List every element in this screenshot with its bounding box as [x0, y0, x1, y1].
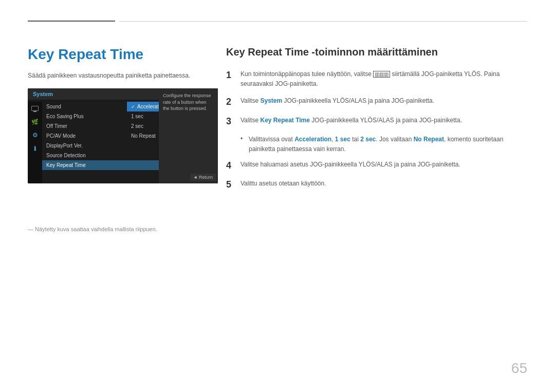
- step-4: 4 Valitse haluamasi asetus JOG-painikkee…: [226, 160, 527, 172]
- top-divider: [28, 21, 527, 22]
- left-column: Key Repeat Time Säädä painikkeen vastaus…: [28, 36, 223, 183]
- section-title: Key Repeat Time: [28, 46, 223, 63]
- menu-icons-column: 🌿 ⚙ ℹ: [28, 102, 42, 183]
- bullet-icon: •: [240, 135, 249, 142]
- icon-monitor: [30, 104, 40, 113]
- return-button: ◄ Return: [190, 174, 216, 181]
- step-num-5: 5: [226, 179, 240, 191]
- info-text: Configure the response rate of a button …: [163, 92, 214, 112]
- bullet-text: Valittavissa ovat Acceleration, 1 sec ta…: [249, 135, 527, 154]
- step-text-5: Valittu asetus otetaan käyttöön.: [240, 179, 527, 189]
- page-number: 65: [511, 360, 527, 377]
- check-icon: ✓: [131, 104, 135, 109]
- bullet-item: • Valittavissa ovat Acceleration, 1 sec …: [240, 135, 527, 154]
- step-3: 3 Valitse Key Repeat Time JOG-painikkeel…: [226, 116, 527, 127]
- step-list: 1 Kun toimintonäppäinopas tulee näyttöön…: [226, 69, 527, 191]
- right-column: Key Repeat Time -toiminnon määrittäminen…: [226, 36, 527, 198]
- step-2: 2 Valitse System JOG-painikkeella YLÖS/A…: [226, 96, 527, 108]
- step-num-2: 2: [226, 96, 240, 108]
- step-text-1: Kun toimintonäppäinopas tulee näyttöön, …: [240, 69, 527, 89]
- step-num-3: 3: [226, 116, 240, 127]
- divider-dark: [28, 21, 115, 22]
- info-panel: Configure the response rate of a button …: [159, 88, 218, 183]
- step-num-4: 4: [226, 160, 240, 172]
- icon-settings: ⚙: [30, 130, 40, 140]
- step-text-3: Valitse Key Repeat Time JOG-painikkeella…: [240, 116, 527, 125]
- divider-light: [119, 21, 527, 22]
- highlight-2sec: 2 sec: [360, 136, 376, 143]
- highlight-system: System: [260, 97, 282, 104]
- icon-eco: 🌿: [30, 117, 40, 126]
- step-5: 5 Valittu asetus otetaan käyttöön.: [226, 179, 527, 191]
- note-text: Näytetty kuva saattaa vaihdella mallista…: [28, 226, 157, 232]
- step-num-1: 1: [226, 69, 240, 81]
- subtitle-text: Säädä painikkeen vastausnopeutta painike…: [28, 72, 223, 79]
- highlight-norepeat: No Repeat: [414, 136, 444, 143]
- highlight-keyrepeat: Key Repeat Time: [260, 117, 310, 124]
- icon-info: ℹ: [30, 144, 40, 153]
- page-container: Key Repeat Time Säädä painikkeen vastaus…: [0, 0, 555, 392]
- step-text-4: Valitse haluamasi asetus JOG-painikkeell…: [240, 160, 527, 170]
- highlight-1sec: 1 sec: [335, 136, 350, 143]
- step-text-2: Valitse System JOG-painikkeella YLÖS/ALA…: [240, 96, 527, 106]
- highlight-acceleration: Acceleration: [294, 136, 331, 143]
- step-1: 1 Kun toimintonäppäinopas tulee näyttöön…: [226, 69, 527, 89]
- monitor-mockup: System 🌿 ⚙ ℹ Sound ▶: [28, 88, 218, 183]
- section-heading: Key Repeat Time -toiminnon määrittäminen: [226, 46, 527, 58]
